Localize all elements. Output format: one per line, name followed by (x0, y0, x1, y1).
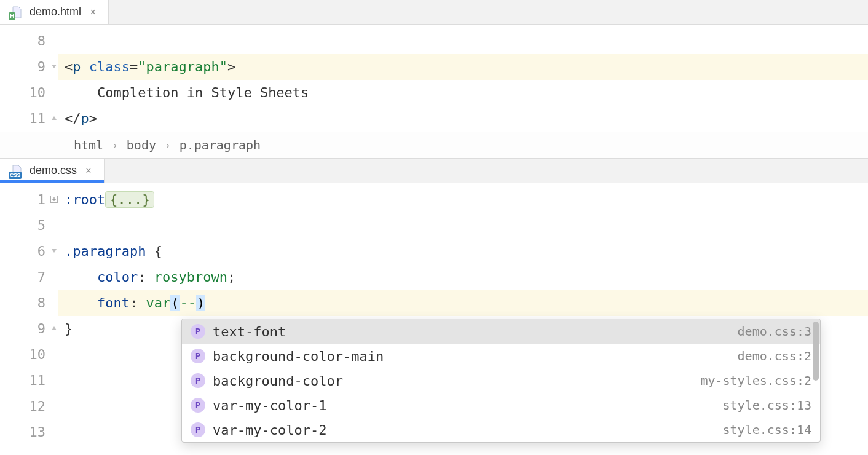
html-gutter: 891011 (0, 25, 58, 132)
completion-item[interactable]: Pvar-my-color-1style.css:13 (182, 393, 820, 417)
fold-open-icon[interactable] (50, 247, 59, 256)
tab-filename: demo.css (30, 164, 77, 177)
completion-location: my-styles.css:2 (700, 373, 811, 388)
code-line[interactable] (58, 213, 868, 239)
completion-item[interactable]: Ptext-fontdemo.css:3 (182, 319, 820, 344)
fold-open-icon[interactable] (50, 63, 59, 71)
completion-location: style.css:13 (723, 398, 812, 413)
line-number: 6 (0, 239, 45, 264)
tab-filename: demo.html (30, 6, 81, 18)
breadcrumb-item[interactable]: html (74, 138, 103, 152)
line-number: 1 (0, 187, 45, 213)
completion-location: demo.css:2 (738, 349, 811, 363)
completion-item[interactable]: Pvar-my-color-2style.css:14 (182, 417, 820, 442)
tab-demo-html[interactable]: H demo.html × (0, 0, 109, 24)
scrollbar[interactable] (813, 322, 819, 440)
scrollbar-thumb[interactable] (813, 322, 819, 381)
css-code-pane: 15678910111213 :root{...}.paragraph { co… (0, 183, 868, 445)
property-badge-icon: P (191, 324, 205, 339)
line-number: 13 (0, 419, 45, 445)
line-number: 9 (0, 54, 45, 80)
completion-item[interactable]: Pbackground-color-maindemo.css:2 (182, 344, 820, 368)
line-number: 5 (0, 213, 45, 239)
close-icon[interactable]: × (83, 165, 94, 176)
line-number: 8 (0, 290, 45, 316)
completion-label: background-color-main (213, 349, 738, 364)
line-number: 8 (0, 28, 45, 54)
breadcrumb-item[interactable]: p.paragraph (180, 138, 261, 152)
line-number: 11 (0, 106, 45, 132)
tab-demo-css[interactable]: CSS demo.css × (0, 159, 105, 183)
html-file-icon: H (10, 6, 23, 19)
css-file-icon: CSS (10, 164, 23, 178)
line-number: 7 (0, 264, 45, 290)
code-line[interactable]: font: var(--) (58, 290, 868, 316)
html-editor-pane: H demo.html × 891011 <p class="paragraph… (0, 0, 868, 159)
completion-item[interactable]: Pbackground-colormy-styles.css:2 (182, 368, 820, 393)
css-editor-pane: CSS demo.css × 15678910111213 :root{...}… (0, 159, 868, 445)
completion-label: var-my-color-2 (213, 422, 723, 438)
css-gutter: 15678910111213 (0, 183, 58, 445)
code-line[interactable]: color: rosybrown; (58, 264, 868, 290)
code-line[interactable]: .paragraph { (58, 239, 868, 264)
code-line[interactable]: </p> (58, 106, 868, 132)
code-line[interactable]: Completion in Style Sheets (58, 80, 868, 106)
line-number: 11 (0, 368, 45, 394)
html-code-pane: 891011 <p class="paragraph"> Completion … (0, 25, 868, 132)
css-tab-bar: CSS demo.css × (0, 159, 868, 183)
expand-fold-icon[interactable] (50, 196, 59, 204)
code-line[interactable]: :root{...} (58, 187, 868, 213)
line-number: 9 (0, 316, 45, 342)
property-badge-icon: P (191, 373, 205, 388)
completion-location: style.css:14 (723, 422, 812, 437)
fold-close-icon[interactable] (50, 325, 59, 333)
property-badge-icon: P (191, 398, 205, 413)
breadcrumb-item[interactable]: body (127, 138, 156, 152)
code-line[interactable] (58, 28, 868, 54)
line-number: 10 (0, 342, 45, 368)
line-number: 10 (0, 80, 45, 106)
property-badge-icon: P (191, 422, 205, 437)
completion-label: background-color (213, 373, 700, 389)
close-icon[interactable]: × (87, 7, 98, 18)
completion-label: text-font (213, 324, 738, 339)
completion-location: demo.css:3 (738, 324, 811, 339)
completion-label: var-my-color-1 (213, 398, 723, 413)
html-tab-bar: H demo.html × (0, 0, 868, 25)
code-line[interactable]: <p class="paragraph"> (58, 54, 868, 80)
property-badge-icon: P (191, 349, 205, 363)
chevron-right-icon: › (165, 140, 171, 151)
fold-close-icon[interactable] (50, 114, 59, 123)
line-number: 12 (0, 394, 45, 419)
completion-popup: Ptext-fontdemo.css:3Pbackground-color-ma… (181, 318, 821, 443)
breadcrumb: html›body›p.paragraph (0, 132, 868, 159)
chevron-right-icon: › (112, 140, 118, 151)
html-code[interactable]: <p class="paragraph"> Completion in Styl… (58, 25, 868, 132)
